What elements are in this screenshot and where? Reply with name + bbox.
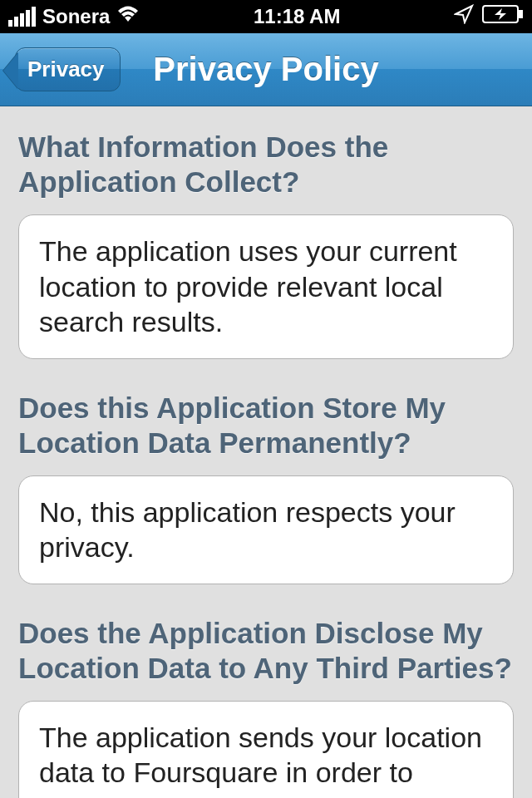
section-heading: Does this Application Store My Location … xyxy=(18,391,514,461)
section-body-card: The application sends your location data… xyxy=(18,701,514,799)
status-bar: Sonera 11:18 AM xyxy=(0,0,532,33)
back-button-label: Privacy xyxy=(27,57,105,82)
section-body-text: No, this application respects your priva… xyxy=(39,496,456,564)
section-body-text: The application sends your location data… xyxy=(39,722,482,799)
wifi-icon xyxy=(116,5,140,28)
battery-charging-icon xyxy=(482,5,524,28)
carrier-label: Sonera xyxy=(42,5,110,28)
section-heading: What Information Does the Application Co… xyxy=(18,130,514,200)
location-icon xyxy=(454,4,474,29)
status-time: 11:18 AM xyxy=(254,5,340,28)
section-body-card: No, this application respects your priva… xyxy=(18,475,514,584)
section-heading: Does the Application Disclose My Locatio… xyxy=(18,616,514,686)
signal-icon xyxy=(8,7,36,27)
back-button[interactable]: Privacy xyxy=(15,47,121,91)
section-body-card: The application uses your current locati… xyxy=(18,214,514,359)
content-scroll[interactable]: What Information Does the Application Co… xyxy=(0,106,532,798)
nav-bar: Privacy Privacy Policy xyxy=(0,33,532,106)
section-body-text: The application uses your current locati… xyxy=(39,235,457,337)
svg-rect-1 xyxy=(519,10,523,18)
